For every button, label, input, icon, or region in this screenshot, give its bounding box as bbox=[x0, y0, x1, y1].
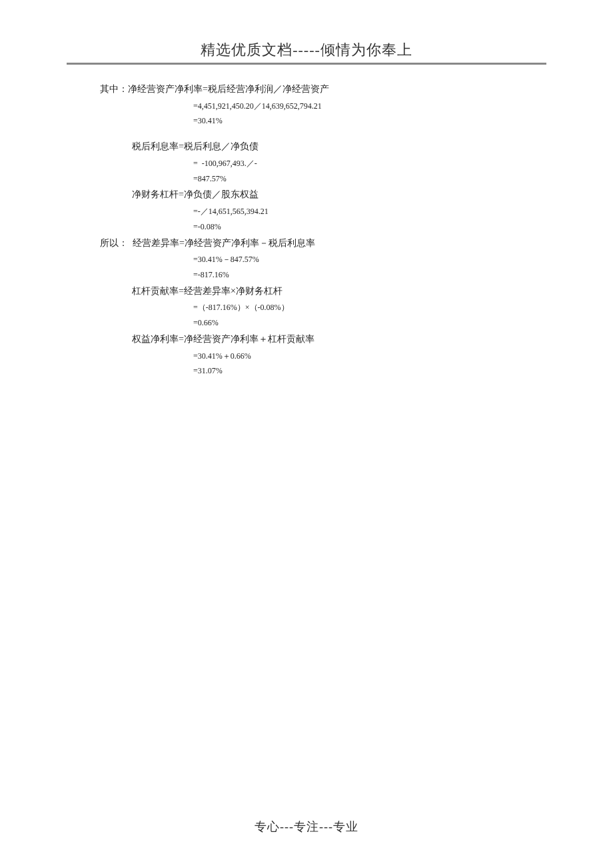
page-header: 精选优质文档-----倾情为你奉上 bbox=[67, 40, 546, 60]
document-body: 其中：净经营资产净利率=税后经营净利润／净经营资产=4,451,921,450.… bbox=[67, 81, 546, 379]
text-line: =31.07% bbox=[100, 363, 546, 379]
blank-line bbox=[100, 129, 546, 138]
text-line: =-0.08% bbox=[100, 219, 546, 235]
text-line: 净财务杠杆=净负债／股东权益 bbox=[100, 186, 546, 204]
text-line: 税后利息率=税后利息／净负债 bbox=[100, 138, 546, 156]
text-line: =30.41%－847.57% bbox=[100, 252, 546, 267]
text-line: =847.57% bbox=[100, 171, 546, 187]
text-line: 其中：净经营资产净利率=税后经营净利润／净经营资产 bbox=[100, 81, 546, 99]
text-line: =-／14,651,565,394.21 bbox=[100, 204, 546, 219]
text-line: =30.41% bbox=[100, 113, 546, 129]
page-footer: 专心---专注---专业 bbox=[0, 819, 613, 835]
text-line: =4,451,921,450.20／14,639,652,794.21 bbox=[100, 99, 546, 114]
text-line: 所以： 经营差异率=净经营资产净利率－税后利息率 bbox=[100, 235, 546, 253]
text-line: =0.66% bbox=[100, 315, 546, 331]
text-line: 权益净利率=净经营资产净利率＋杠杆贡献率 bbox=[100, 331, 546, 349]
header-rule bbox=[67, 63, 546, 65]
text-line: =（-817.16%）×（-0.08%） bbox=[100, 300, 546, 315]
text-line: =30.41%＋0.66% bbox=[100, 349, 546, 364]
text-line: 杠杆贡献率=经营差异率×净财务杠杆 bbox=[100, 283, 546, 301]
text-line: =-817.16% bbox=[100, 267, 546, 283]
document-page: 精选优质文档-----倾情为你奉上 其中：净经营资产净利率=税后经营净利润／净经… bbox=[0, 0, 613, 868]
text-line: = -100,967,493.／- bbox=[100, 156, 546, 171]
